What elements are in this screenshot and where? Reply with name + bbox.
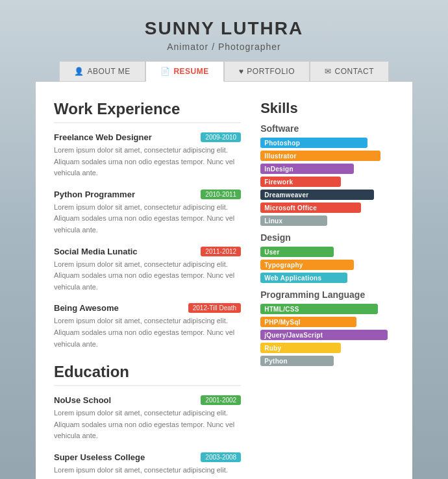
- job-title: Freelance Web Designer: [54, 132, 152, 142]
- skill-bar-wrap: Firework: [260, 177, 394, 187]
- skill-bar-wrap: PHP/MySql: [260, 317, 394, 327]
- tab-label: CONTACT: [334, 67, 374, 76]
- job-title: Social Media Lunatic: [54, 247, 138, 256]
- job-entry: Being Awesome 2012-Till Death Lorem ipsu…: [54, 303, 241, 350]
- job-entry: Freelance Web Designer 2009-2010 Lorem i…: [54, 132, 241, 179]
- skill-bar-wrap: HTML/CSS: [260, 304, 394, 314]
- skill-bar: InDesign: [260, 164, 354, 174]
- school-title: NoUse School: [54, 395, 111, 405]
- school-date: 2001-2002: [201, 395, 241, 405]
- job-entry: Social Media Lunatic 2011-2012 Lorem ips…: [54, 247, 241, 293]
- tab-icon: ✉: [325, 67, 332, 76]
- skill-bar-wrap: User: [260, 247, 394, 257]
- nav-tab-resume[interactable]: 📄RESUME: [145, 61, 224, 82]
- nav-tab-contact[interactable]: ✉CONTACT: [310, 61, 389, 82]
- skill-bar: Microsoft Office: [260, 203, 360, 213]
- skill-bar-wrap: Linux: [260, 215, 394, 226]
- skill-category-name: Programming Language: [260, 289, 394, 300]
- tab-label: PORTFOLIO: [247, 67, 295, 76]
- skill-bar: Dreamweaver: [260, 190, 374, 200]
- skill-bar: Firework: [260, 177, 340, 187]
- skill-bar: Illustrator: [260, 151, 380, 161]
- skill-bar: User: [260, 247, 334, 257]
- skill-bar: jQuery/JavaScript: [260, 330, 388, 340]
- skills-title: Skills: [260, 100, 394, 117]
- tab-icon: ♥: [239, 67, 244, 76]
- skill-bar: Photoshop: [260, 138, 367, 148]
- header: SUNNY LUTHRA Animator / Photographer: [0, 0, 448, 61]
- schools-list: NoUse School 2001-2002 Lorem ipsum dolor…: [54, 395, 241, 479]
- skill-bar-wrap: Python: [260, 356, 394, 366]
- job-entry: Python Programmer 2010-2011 Lorem ipsum …: [54, 190, 241, 236]
- skill-category-name: Software: [260, 123, 394, 134]
- right-column: Skills SoftwarePhotoshopIllustratorInDes…: [254, 100, 394, 479]
- tab-icon: 👤: [74, 67, 84, 76]
- skill-category: SoftwarePhotoshopIllustratorInDesignFire…: [260, 123, 394, 226]
- skill-bar: Web Applications: [260, 273, 347, 283]
- skill-bar-wrap: Typography: [260, 260, 394, 270]
- job-desc: Lorem ipsum dolor sit amet, consectetur …: [54, 315, 241, 350]
- school-header: NoUse School 2001-2002: [54, 395, 241, 405]
- job-desc: Lorem ipsum dolor sit amet, consectetur …: [54, 145, 241, 179]
- skill-bar-wrap: InDesign: [260, 164, 394, 174]
- left-column: Work Experience Freelance Web Designer 2…: [54, 100, 241, 479]
- skill-bar: Python: [260, 356, 334, 366]
- school-date: 2003-2008: [201, 452, 241, 462]
- skills-list: SoftwarePhotoshopIllustratorInDesignFire…: [260, 123, 394, 366]
- skill-bar-wrap: Photoshop: [260, 138, 394, 148]
- skill-category: Programming LanguageHTML/CSSPHP/MySqljQu…: [260, 289, 394, 366]
- job-header: Freelance Web Designer 2009-2010: [54, 132, 241, 142]
- skill-category-name: Design: [260, 232, 394, 243]
- job-date: 2012-Till Death: [188, 303, 241, 313]
- job-title: Being Awesome: [54, 303, 119, 313]
- tab-label: RESUME: [173, 67, 208, 76]
- skill-bar-wrap: jQuery/JavaScript: [260, 330, 394, 340]
- skill-bar: PHP/MySql: [260, 317, 356, 327]
- job-date: 2011-2012: [201, 247, 241, 256]
- skill-bar: Typography: [260, 260, 354, 270]
- nav-tab-portfolio[interactable]: ♥PORTFOLIO: [224, 61, 310, 82]
- job-title: Python Programmer: [54, 190, 135, 199]
- edu-section-title: Education: [54, 363, 241, 386]
- school-title: Super Useless College: [54, 452, 145, 462]
- skill-bar: Linux: [260, 215, 327, 226]
- header-title: Animator / Photographer: [0, 42, 448, 52]
- school-entry: NoUse School 2001-2002 Lorem ipsum dolor…: [54, 395, 241, 442]
- school-entry: Super Useless College 2003-2008 Lorem ip…: [54, 452, 241, 479]
- header-name: SUNNY LUTHRA: [0, 18, 448, 39]
- school-desc: Lorem ipsum dolor sit amet, consectetur …: [54, 408, 241, 442]
- jobs-list: Freelance Web Designer 2009-2010 Lorem i…: [54, 132, 241, 350]
- skill-bar: Ruby: [260, 343, 340, 353]
- job-header: Being Awesome 2012-Till Death: [54, 303, 241, 313]
- job-date: 2010-2011: [201, 190, 241, 199]
- education-section: Education NoUse School 2001-2002 Lorem i…: [54, 363, 241, 479]
- skill-bar-wrap: Ruby: [260, 343, 394, 353]
- skill-bar-wrap: Web Applications: [260, 273, 394, 283]
- job-header: Social Media Lunatic 2011-2012: [54, 247, 241, 256]
- job-header: Python Programmer 2010-2011: [54, 190, 241, 199]
- nav-tabs: 👤ABOUT ME📄RESUME♥PORTFOLIO✉CONTACT: [59, 61, 389, 82]
- school-header: Super Useless College 2003-2008: [54, 452, 241, 462]
- job-date: 2009-2010: [201, 132, 241, 142]
- job-desc: Lorem ipsum dolor sit amet, consectetur …: [54, 202, 241, 236]
- tab-label: ABOUT ME: [87, 67, 130, 76]
- school-desc: Lorem ipsum dolor sit amet, consectetur …: [54, 465, 241, 479]
- skill-bar-wrap: Dreamweaver: [260, 190, 394, 200]
- skill-bar-wrap: Illustrator: [260, 151, 394, 161]
- main-card: Work Experience Freelance Web Designer 2…: [36, 82, 412, 479]
- work-section-title: Work Experience: [54, 100, 241, 123]
- job-desc: Lorem ipsum dolor sit amet, consectetur …: [54, 259, 241, 293]
- skill-category: DesignUserTypographyWeb Applications: [260, 232, 394, 283]
- skill-bar-wrap: Microsoft Office: [260, 203, 394, 213]
- tab-icon: 📄: [160, 67, 171, 76]
- nav-tab-about-me[interactable]: 👤ABOUT ME: [59, 61, 145, 82]
- skill-bar: HTML/CSS: [260, 304, 378, 314]
